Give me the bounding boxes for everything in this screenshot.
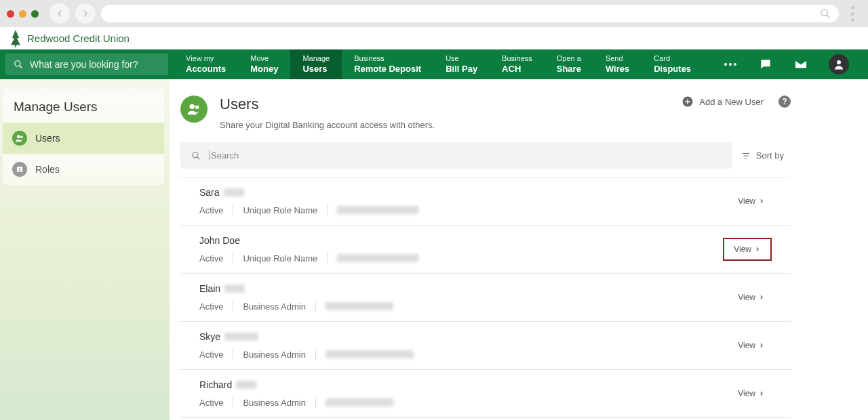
nav-users[interactable]: ManageUsers [290,49,342,79]
view-button[interactable]: View [731,385,772,402]
filter-icon [741,151,751,161]
close-window-icon[interactable] [7,10,14,18]
user-role: Business Admin [243,350,306,360]
view-button[interactable]: View [723,238,772,261]
chevron-right-icon [758,198,765,205]
svg-point-3 [729,63,732,66]
svg-point-6 [17,135,20,138]
brand-name: Redwood Credit Union [27,33,130,44]
user-status: Active [199,253,223,264]
sort-label: Sort by [756,150,784,161]
search-placeholder: What are you looking for? [30,59,138,70]
view-button[interactable]: View [731,337,772,354]
nav-open-share[interactable]: Open aShare [545,49,593,79]
redacted-text [224,333,258,341]
user-name: Richard [199,379,232,390]
plus-circle-icon [682,96,694,108]
user-name: Skye [199,331,220,342]
svg-point-4 [734,63,736,66]
user-role: Business Admin [243,398,306,408]
redacted-text [326,350,414,358]
redacted-text [337,254,418,262]
nav-ach[interactable]: BusinessACH [490,49,545,79]
help-icon[interactable]: ? [778,96,791,108]
main-content: Users Share your Digital Banking account… [170,79,868,420]
view-button[interactable]: View [731,192,772,210]
minimize-window-icon[interactable] [19,10,26,18]
search-icon [191,151,201,161]
nav-search-input[interactable]: What are you looking for? [5,54,168,75]
back-button[interactable] [50,3,70,24]
user-status: Active [199,350,223,360]
brand-logo[interactable]: Redwood Credit Union [9,30,130,47]
page-title: Users [220,96,435,113]
window-controls [7,10,39,18]
user-name: Sara [199,187,220,198]
search-placeholder: Search [209,150,239,161]
user-name: Elain [199,283,220,294]
profile-avatar[interactable] [829,54,849,75]
user-status: Active [199,205,223,215]
svg-point-13 [193,152,198,157]
sidebar-item-roles[interactable]: Roles [3,154,164,185]
svg-point-2 [724,63,727,66]
nav-disputes[interactable]: CardDisputes [642,49,703,79]
maximize-window-icon[interactable] [31,10,39,18]
user-row: Elain Active Business Admin View [180,273,791,321]
sidebar-title: Manage Users [3,89,164,123]
sidebar-item-users[interactable]: Users [3,123,164,154]
chevron-right-icon [754,246,761,253]
svg-point-5 [837,60,841,64]
primary-nav: What are you looking for? View myAccount… [0,49,868,79]
user-row: Richard Active Business Admin View [180,369,791,418]
chevron-right-icon [758,342,765,349]
redacted-text [224,285,245,293]
chat-icon[interactable] [758,57,773,72]
sidebar-item-label: Users [35,133,60,144]
nav-bill-pay[interactable]: UseBill Pay [433,49,490,79]
view-button[interactable]: View [731,289,772,306]
forward-button[interactable] [75,3,96,24]
browser-menu-icon[interactable] [844,6,861,22]
svg-point-0 [821,9,827,16]
chevron-right-icon [758,390,765,397]
add-user-button[interactable]: Add a New User [682,96,764,108]
user-status: Active [199,398,223,408]
nav-items: View myAccounts MoveMoney ManageUsers Bu… [174,49,703,79]
nav-money[interactable]: MoveMoney [238,49,290,79]
user-list: Sara Active Unique Role Name View [180,177,791,418]
user-row: John Doe Active Unique Role Name View [180,225,791,273]
search-icon [14,60,23,69]
redacted-text [236,381,256,389]
nav-remote-deposit[interactable]: BusinessRemote Deposit [342,49,433,79]
redacted-text [337,206,418,214]
svg-point-11 [195,106,199,110]
chevron-right-icon [758,294,765,301]
mail-icon[interactable] [793,57,808,72]
users-icon [12,131,27,146]
sort-button[interactable]: Sort by [741,150,791,161]
tree-icon [9,30,22,47]
page-icon [180,96,208,123]
more-icon[interactable] [723,57,738,72]
redacted-text [326,302,393,310]
search-icon [820,8,831,19]
nav-accounts[interactable]: View myAccounts [174,49,238,79]
sidebar: Manage Users Users Roles [0,79,170,420]
redacted-text [224,188,244,196]
url-bar[interactable] [101,5,839,22]
nav-icons [723,49,868,79]
brand-bar: Redwood Credit Union [0,27,868,49]
sidebar-item-label: Roles [35,164,60,175]
user-search-input[interactable]: Search [180,142,732,169]
browser-chrome [0,0,868,27]
redacted-text [326,398,393,406]
user-role: Unique Role Name [243,205,317,215]
svg-point-7 [20,136,23,139]
user-name: John Doe [199,235,240,246]
user-role: Unique Role Name [243,253,317,264]
user-role: Business Admin [243,301,306,312]
page-subtitle: Share your Digital Banking account acces… [220,120,435,130]
user-row: Sara Active Unique Role Name View [180,177,791,225]
nav-wires[interactable]: SendWires [593,49,642,79]
